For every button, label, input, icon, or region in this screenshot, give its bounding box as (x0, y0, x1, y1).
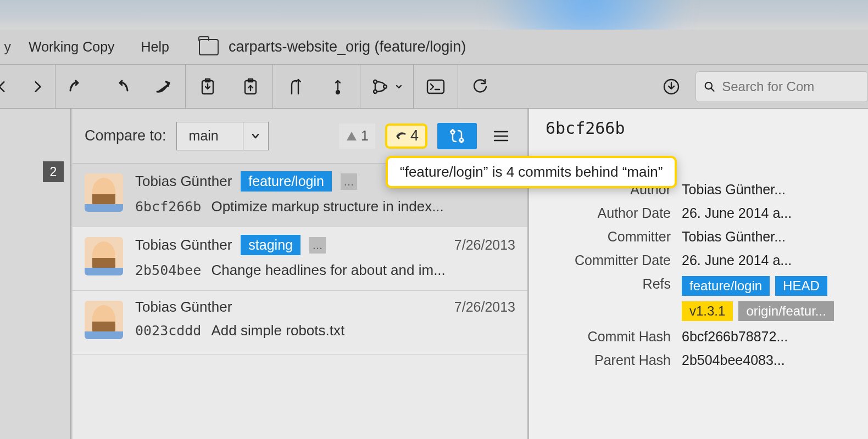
folder-icon (199, 39, 219, 55)
svg-point-2 (336, 91, 340, 94)
toolbar (0, 65, 868, 109)
terminal-icon[interactable] (422, 74, 449, 100)
repo-title[interactable]: carparts-website_orig (feature/login) (229, 38, 466, 55)
commit-list: Tobias Günther feature/login ... 6/26/20… (73, 164, 527, 439)
chevron-down-icon (243, 122, 268, 150)
search-icon (704, 80, 715, 93)
behind-count: 4 (410, 127, 419, 144)
nav-back-button[interactable] (0, 74, 15, 100)
compare-label: Compare to: (85, 127, 166, 144)
window-titlebar (0, 0, 868, 30)
ahead-count: 1 (361, 128, 369, 144)
detail-hash: 6bcf266b (546, 119, 852, 138)
label-author-date: Author Date (546, 205, 671, 221)
label-parent-hash: Parent Hash (546, 352, 671, 368)
warning-icon (346, 130, 358, 142)
menu-help[interactable]: Help (128, 39, 182, 55)
label-commit-hash: Commit Hash (546, 329, 671, 345)
commit-author: Tobias Günther (135, 299, 232, 316)
commit-hash: 6bcf266b (135, 199, 201, 215)
behind-badge[interactable]: 4 (385, 123, 427, 149)
label-committer-date: Committer Date (546, 252, 671, 268)
commit-author: Tobias Günther (135, 173, 232, 190)
value-commit-hash: 6bcf266b78872... (682, 329, 852, 345)
ref-tag[interactable]: feature/login (682, 276, 770, 296)
merge-icon[interactable] (282, 74, 308, 100)
behind-tooltip: “feature/login” is 4 commits behind “mai… (386, 156, 677, 188)
push-icon[interactable] (150, 74, 176, 100)
avatar (85, 237, 123, 275)
ref-tag[interactable]: v1.3.1 (682, 301, 733, 321)
value-refs: feature/login HEAD v1.3.1 origin/featur.… (682, 276, 852, 321)
avatar (85, 301, 123, 339)
commit-message: Change headlines for about and im... (211, 262, 445, 279)
branch-tag[interactable]: feature/login (241, 171, 332, 192)
nav-forward-button[interactable] (24, 74, 51, 100)
branch-graph-icon[interactable] (369, 74, 404, 100)
list-options-button[interactable] (487, 123, 515, 149)
commit-author: Tobias Günther (135, 237, 232, 254)
search-box[interactable] (695, 71, 868, 102)
commit-hash: 0023cddd (135, 323, 201, 339)
compare-branch-dropdown[interactable]: main (176, 122, 269, 150)
fetch-icon[interactable] (64, 74, 91, 100)
label-committer: Committer (546, 229, 671, 245)
stash-save-icon[interactable] (194, 74, 221, 100)
compare-bar: Compare to: main 1 4 (73, 109, 527, 164)
label-refs: Refs (546, 276, 671, 292)
menubar: y Working Copy Help carparts-website_ori… (0, 30, 868, 65)
menu-item-cut[interactable]: y (0, 39, 15, 55)
behind-arrow-icon (394, 131, 407, 142)
commit-hash: 2b504bee (135, 262, 201, 278)
changes-count-badge[interactable]: 2 (43, 161, 64, 182)
compare-branch-value: main (177, 128, 243, 144)
ref-tag[interactable]: HEAD (775, 276, 827, 296)
branch-tag[interactable]: staging (241, 235, 301, 255)
value-author-date: 26. June 2014 a... (682, 205, 852, 221)
ahead-warning-badge[interactable]: 1 (339, 123, 375, 149)
pull-icon[interactable] (107, 74, 133, 100)
rebase-icon[interactable] (325, 74, 351, 100)
svg-rect-6 (427, 80, 444, 93)
avatar (85, 173, 123, 212)
commit-row[interactable]: Tobias Günther staging ... 7/26/2013 2b5… (73, 227, 527, 291)
value-committer: Tobias Günther... (682, 229, 852, 245)
more-refs-icon[interactable]: ... (309, 237, 326, 254)
download-icon[interactable] (658, 74, 685, 100)
more-refs-icon[interactable]: ... (341, 173, 357, 190)
ref-tag[interactable]: origin/featur... (738, 301, 833, 321)
commit-date: 7/26/2013 (454, 299, 515, 315)
commit-date: 7/26/2013 (454, 237, 515, 253)
commit-message: Add simple robots.txt (211, 322, 344, 339)
search-input[interactable] (722, 79, 860, 94)
stash-pop-icon[interactable] (237, 74, 264, 100)
compare-swap-button[interactable] (437, 123, 477, 149)
menu-working-copy[interactable]: Working Copy (15, 39, 128, 55)
value-committer-date: 26. June 2014 a... (682, 252, 852, 268)
refresh-icon[interactable] (467, 74, 493, 100)
left-gutter: 2 (0, 109, 71, 439)
value-parent-hash: 2b504bee4083... (682, 352, 852, 368)
value-author: Tobias Günther... (682, 182, 852, 198)
commit-row[interactable]: Tobias Günther 7/26/2013 0023cddd Add si… (73, 291, 527, 354)
commit-message: Optimize markup structure in index... (211, 198, 443, 215)
